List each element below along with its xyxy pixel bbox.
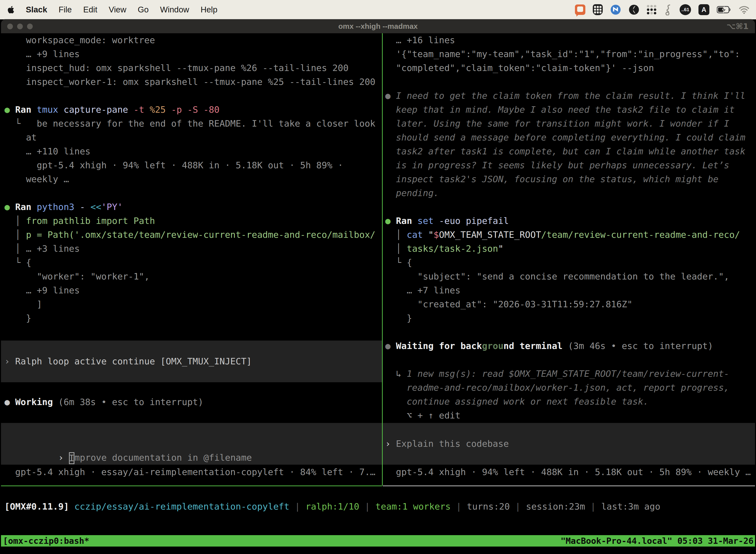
terminal-text-segment: gpt-5.4 xhigh · 94% left · 488K in · 5.1…: [385, 467, 751, 477]
menu-item-file[interactable]: File: [59, 5, 72, 14]
terminal-text-segment: p = Path('.omx/state/team/review-current…: [26, 230, 376, 240]
terminal-line: }: [385, 311, 755, 325]
terminal-text-segment: continue assigned work or next feasible …: [385, 396, 649, 406]
menu-item-window[interactable]: Window: [160, 5, 189, 14]
window-titlebar[interactable]: omx --xhigh --madmax ⌥⌘1: [1, 19, 755, 33]
terminal-text-segment: OMX_TEAM_STATE_ROOT: [439, 230, 541, 240]
terminal-text-segment: (6m 38s • esc to interrupt): [53, 397, 203, 407]
terminal-text-segment: cczip/essay/ai-reimplementation-copyleft: [69, 501, 290, 511]
terminal-text-segment: ›: [4, 356, 15, 366]
terminal-text-segment: task2 after task1 is complete, but can I…: [385, 146, 745, 156]
terminal-text-segment: at: [4, 132, 37, 143]
terminal-text-segment: Ran: [15, 202, 31, 212]
terminal-text-segment: └ {: [4, 258, 31, 268]
menu-bar: Slack File Edit View Go Window Help: [0, 0, 756, 19]
apple-menu-icon[interactable]: [7, 4, 14, 15]
right-input-box[interactable]: › Explain this codebase: [383, 423, 755, 465]
terminal-line: "created_at": "2026-03-31T11:59:27.816Z": [385, 297, 755, 311]
terminal-line: │ p = Path('.omx/state/team/review-curre…: [4, 228, 382, 242]
terminal-line: "worker": "worker-1",: [4, 270, 382, 283]
terminal-text-segment: cat: [407, 230, 423, 240]
menu-item-view[interactable]: View: [109, 5, 126, 14]
shield-grid-icon[interactable]: [593, 4, 603, 15]
tmux-session-name[interactable]: [omx-cczip0:bash*: [1, 536, 89, 546]
terminal-line: ]: [4, 297, 382, 311]
blue-badge-icon[interactable]: [610, 4, 621, 15]
terminal-content: workspace_mode: worktree … +9 lines insp…: [1, 33, 755, 554]
terminal-text-segment: should send a message before completing …: [385, 132, 745, 143]
terminal-text-segment: … +16 lines: [385, 35, 455, 45]
menu-item-app[interactable]: Slack: [26, 5, 47, 14]
terminal-text-segment: |: [451, 501, 467, 511]
menu-item-edit[interactable]: Edit: [83, 5, 97, 14]
terminal-line: ● Ran tmux capture-pane -t %25 -p -S -80: [4, 103, 382, 117]
terminal-text-segment: }: [4, 313, 31, 323]
terminal-text-segment: session:23m: [526, 501, 585, 511]
terminal-text-segment: gpt-5.4 xhigh · essay/ai-reimplementatio…: [4, 467, 376, 477]
menu-item-go[interactable]: Go: [138, 5, 148, 14]
terminal-text-segment: Ralph loop active continue [OMX_TMUX_INJ…: [15, 356, 252, 366]
text-cursor: I: [69, 452, 74, 464]
terminal-text-segment: Working: [15, 397, 53, 407]
ralph-loop-banner: › Ralph loop active continue [OMX_TMUX_I…: [1, 340, 382, 382]
terminal-text-segment: grou: [482, 341, 504, 351]
terminal-text-segment: workspace_mode: worktree: [4, 35, 155, 45]
terminal-line: at: [4, 130, 382, 145]
terminal-line: │ from pathlib import Path: [4, 214, 382, 228]
wifi-icon[interactable]: [739, 4, 750, 15]
terminal-text-segment: inspect_hud: omx sparkshell --tmux-pane …: [4, 63, 349, 73]
terminal-line: │ tasks/task-2.json": [385, 242, 755, 256]
terminal-line: [385, 75, 755, 89]
terminal-line: [385, 325, 755, 339]
terminal-line: … +9 lines: [4, 283, 382, 297]
terminal-text-segment: keep that in mind. Maybe I also need the…: [385, 105, 735, 115]
terminal-text-segment: … +110 lines: [4, 146, 90, 156]
terminal-line: gpt-5.4 xhigh · 94% left · 488K in · 5.1…: [4, 158, 382, 172]
terminal-text-segment: (3m 46s • esc to interrupt): [563, 341, 713, 351]
chat-app-icon[interactable]: [575, 4, 585, 15]
left-input-row[interactable]: › Improve documentation in @filename: [1, 437, 252, 451]
terminal-text-segment: last:3m ago: [601, 501, 660, 511]
terminal-text-segment: tmux: [37, 105, 58, 115]
loop-app-icon[interactable]: [629, 4, 639, 15]
terminal-text-segment: Ran: [396, 216, 412, 226]
terminal-line: └ be necessary for the end of the README…: [4, 117, 382, 130]
left-input-box[interactable]: › Improve documentation in @filename: [1, 423, 382, 465]
terminal-line: ● Ran set -euo pipefail: [385, 214, 755, 228]
terminal-text-segment: │ … +3 lines: [4, 243, 80, 254]
terminal-text-segment: turns:20: [467, 501, 510, 511]
left-model-status: gpt-5.4 xhigh · essay/ai-reimplementatio…: [4, 465, 382, 479]
terminal-text-segment: }: [385, 313, 412, 323]
terminal-text-segment: ●: [4, 105, 15, 115]
terminal-text-segment: Explain this codebase: [396, 439, 509, 449]
tmux-pane-right[interactable]: … +16 lines '{"team_name":"my-team","tas…: [383, 33, 755, 486]
terminal-line: '{"team_name":"my-team","task_id":"1","f…: [385, 47, 755, 61]
right-input-row[interactable]: › Explain this codebase: [383, 437, 509, 451]
a-app-icon[interactable]: A: [698, 4, 709, 15]
terminal-text-segment: "worker": "worker-1",: [4, 271, 149, 281]
battery-percent-badge[interactable]: ..61: [680, 4, 691, 15]
terminal-text-segment: ⌥ + ↑ edit: [385, 410, 460, 421]
terminal-line: └ {: [4, 256, 382, 270]
terminal-text-segment: inspect task2's JSON, focusing on the st…: [385, 174, 718, 184]
squiggle-icon[interactable]: [664, 4, 672, 15]
terminal-text-segment: ": [423, 230, 434, 240]
terminal-line: [4, 89, 382, 103]
terminal-line: … +110 lines: [4, 145, 382, 158]
terminal-line: ● Ran python3 - <<'PY': [4, 200, 382, 214]
tmux-status-bar: [omx-cczip0:bash* "MacBook-Pro-44.local"…: [1, 535, 755, 547]
terminal-text-segment: nd terminal: [504, 341, 563, 351]
terminal-text-segment: /team/review-current-readme-and-reco/: [541, 230, 740, 240]
terminal-text-segment: │: [385, 243, 407, 254]
battery-icon[interactable]: [717, 4, 731, 15]
terminal-text-segment: from pathlib import Path: [26, 216, 155, 226]
terminal-line: pending.: [385, 186, 755, 200]
terminal-window: omx --xhigh --madmax ⌥⌘1 workspace_mode:…: [1, 19, 755, 554]
menu-item-help[interactable]: Help: [201, 5, 217, 14]
dots-grid-icon[interactable]: [647, 4, 656, 15]
tmux-pane-left[interactable]: workspace_mode: worktree … +9 lines insp…: [1, 33, 382, 486]
terminal-text-segment: └ be necessary for the end of the README…: [4, 118, 376, 128]
terminal-text-segment: pending.: [385, 188, 439, 198]
terminal-text-segment: ●: [4, 202, 15, 212]
terminal-line: [385, 353, 755, 367]
